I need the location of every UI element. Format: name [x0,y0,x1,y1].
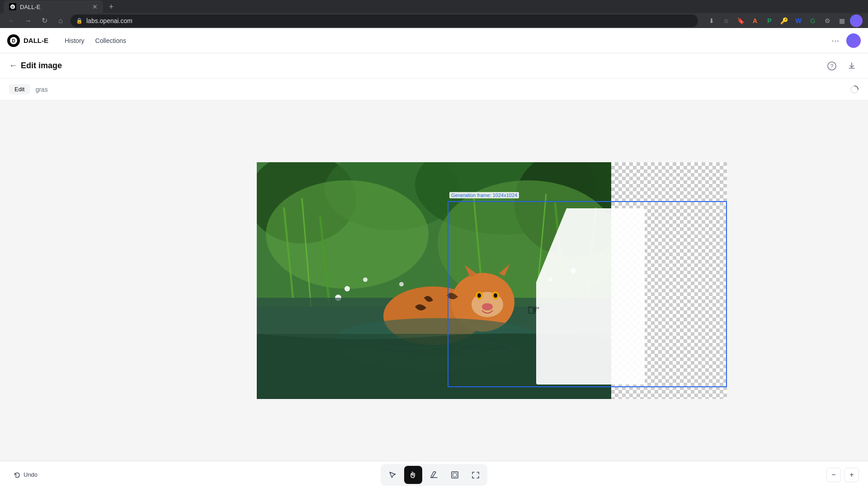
extension-icon-5[interactable]: P [763,14,776,27]
help-button[interactable]: ? [825,59,839,73]
extension-icon-8[interactable]: G [807,14,819,27]
tab-close-button[interactable]: ✕ [92,3,98,10]
tab-title: DALL-E [20,4,89,10]
logo-icon: D [7,34,20,47]
undo-button[interactable]: Undo [9,469,42,481]
svg-text:D: D [12,38,15,43]
page-header: ← Edit image ? [0,53,868,79]
address-bar[interactable]: 🔒 labs.openai.com [71,14,698,27]
svg-rect-48 [453,473,457,477]
svg-point-39 [494,293,497,298]
more-options-button[interactable]: ··· [828,33,843,47]
profile-avatar[interactable] [850,14,863,27]
svg-text:?: ? [830,63,834,70]
undo-label: Undo [24,471,38,478]
app-title: DALL-E [24,37,48,44]
expand-tool-button[interactable] [467,466,485,484]
browser-chrome: D DALL-E ✕ + ← → ↻ ⌂ 🔒 labs.openai.com ⬇… [0,0,868,28]
browser-extensions: ⬇ ☆ 🔖 A P 🔑 W G ⚙ ▦ [705,14,863,27]
zoom-in-button[interactable]: + [844,468,859,482]
zoom-out-button[interactable]: − [826,468,841,482]
extension-icon-4[interactable]: A [749,14,761,27]
zoom-controls: − + [826,468,859,482]
tab-bar: D DALL-E ✕ + [0,0,868,13]
canvas-area[interactable]: Generation frame: 1024x1024 ☞ [0,100,868,461]
app-container: D DALL-E History Collections ··· ← Edit … [0,28,868,488]
new-tab-button[interactable]: + [105,0,118,13]
active-tab[interactable]: D DALL-E ✕ [4,0,103,13]
back-icon: ← [9,61,17,70]
nav-item-history[interactable]: History [59,33,90,48]
reload-nav-button[interactable]: ↻ [38,14,51,27]
extension-icon-10[interactable]: ▦ [835,14,848,27]
back-nav-button[interactable]: ← [5,14,18,27]
edit-bar: Edit [0,79,868,100]
loading-spinner [850,85,859,94]
page-title: Edit image [21,61,62,70]
extension-icon-7[interactable]: W [792,14,805,27]
image-container: Generation frame: 1024x1024 ☞ [257,162,611,399]
frame-tool-button[interactable] [446,466,464,484]
page-content: ← Edit image ? Edit [0,53,868,488]
url-text: labs.openai.com [86,17,132,24]
svg-point-23 [344,286,350,291]
app-header: D DALL-E History Collections ··· [0,28,868,53]
header-nav: History Collections [59,33,132,48]
extension-icon-3[interactable]: 🔖 [734,14,747,27]
svg-text:D: D [11,5,14,9]
nav-bar: ← → ↻ ⌂ 🔒 labs.openai.com ⬇ ☆ 🔖 A P 🔑 W … [0,13,868,28]
extension-icon-6[interactable]: 🔑 [778,14,790,27]
home-nav-button[interactable]: ⌂ [54,14,67,27]
nav-item-collections[interactable]: Collections [90,33,132,48]
extension-icon-2[interactable]: ☆ [720,14,732,27]
extension-icon-1[interactable]: ⬇ [705,14,718,27]
page-header-right: ? [825,59,859,73]
lock-icon: 🔒 [76,18,83,24]
svg-point-40 [482,303,493,310]
edit-input[interactable] [35,86,844,93]
tab-favicon: D [9,3,16,10]
toolbar-tools [381,464,487,486]
bottom-toolbar: Undo [0,461,868,488]
user-avatar[interactable] [846,33,861,48]
select-tool-button[interactable] [383,466,401,484]
svg-point-24 [363,277,368,282]
svg-point-38 [477,293,481,298]
app-logo: D DALL-E [7,34,48,47]
eraser-tool-button[interactable] [425,466,443,484]
download-button[interactable] [844,59,859,73]
edit-tab-button[interactable]: Edit [9,84,30,94]
extension-icon-9[interactable]: ⚙ [821,14,834,27]
header-right: ··· [828,33,861,48]
svg-rect-47 [452,472,458,478]
svg-point-26 [399,282,404,286]
forward-nav-button[interactable]: → [22,14,34,27]
hand-tool-button[interactable] [404,466,422,484]
back-button[interactable]: ← [9,61,17,70]
